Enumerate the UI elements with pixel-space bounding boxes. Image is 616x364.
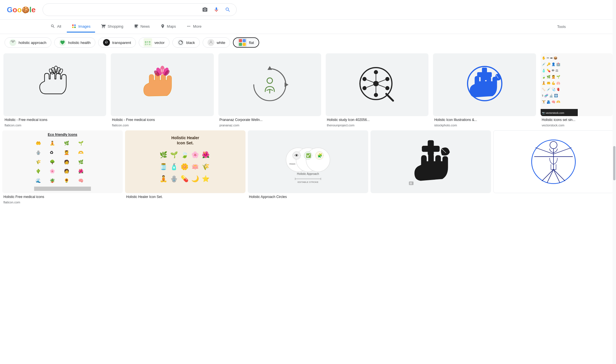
bottom-label-2: Holistic Healer Icon Set. [125,194,245,199]
svg-text:🌾: 🌾 [202,163,210,171]
svg-text:Holistic Approach: Holistic Approach [297,172,319,175]
chip-transparent-label: transparent [112,41,131,45]
tab-maps[interactable]: Maps [156,21,181,33]
chip-flat-label: flat [249,41,254,45]
bottom-item-4[interactable]: 🖼 [371,130,491,204]
svg-text:💊: 💊 [181,175,189,183]
voice-search-button[interactable] [212,6,220,14]
svg-text:🌾: 🌾 [36,159,41,165]
grid-item-2[interactable]: Holistic - Free medical icons flaticon.c… [110,52,215,128]
shopping-tab-icon [101,24,106,29]
chip-img-vector: ✿✦❋✿✦❋ [144,38,152,47]
chip-flat[interactable]: flat [233,37,259,48]
tab-news[interactable]: News [129,21,154,33]
svg-line-127 [547,169,554,183]
camera-search-button[interactable] [201,6,209,14]
scrollbar-thumb[interactable] [613,146,615,180]
bottom-img-4: 🖼 [371,130,491,193]
bottom-img-1: Eco friendly Icons 🤲🧘🌿🌱 🪬♻💆🫶 🌾🌳🧑🌿 🌵🌸🧑🌺 🌊… [2,130,123,193]
svg-text:🤲: 🤲 [36,141,41,146]
logo-o2: o [17,5,22,14]
tab-more-label: More [193,24,202,29]
svg-text:🌸: 🌸 [50,169,55,174]
svg-text:🧴: 🧴 [170,163,178,171]
svg-rect-11 [243,39,246,42]
svg-text:🫙: 🫙 [160,163,168,171]
svg-text:🌿: 🌿 [64,141,69,146]
chip-black[interactable]: black [172,37,200,48]
grid-label-2: Holistic - Free medical icons [111,117,214,122]
bottom-item-1[interactable]: Eco friendly Icons 🤲🧘🌿🌱 🪬♻💆🫶 🌾🌳🧑🌿 🌵🌸🧑🌺 🌊… [2,130,123,204]
search-input[interactable]: holistic icon [47,7,201,12]
bottom-img-5 [493,130,614,193]
images-tab-icon [71,24,77,29]
chip-holistic-health[interactable]: holistic health [54,37,96,48]
svg-text:🌼: 🌼 [181,163,189,171]
svg-text:🌿: 🌿 [160,151,168,159]
tab-shopping-label: Shopping [108,24,123,29]
svg-text:⚕  🧬  🔬  🩻: ⚕ 🧬 🔬 🩻 [542,94,558,98]
svg-point-9 [210,41,212,42]
svg-line-125 [542,169,554,181]
chip-black-label: black [186,41,195,45]
tab-images[interactable]: Images [67,21,95,33]
tools-button[interactable]: Tools [553,22,570,31]
grid-item-6[interactable]: ✋ ✂ ➡ 📦 💉 🔑 👤 🏥 🧴 💊 👁 ⚖ 🍃 🌿 💆 🌱 🧘 🤲 💪 🫁 … [539,52,614,128]
grid-item-1[interactable]: Holistic - Free medical icons flaticon.c… [2,52,107,128]
svg-text:📷 vectorstock.com: 📷 vectorstock.com [542,111,564,115]
microphone-icon [214,7,219,13]
grid-item-3[interactable]: Prananaz Corporate Welln... prananaz.com [217,52,322,128]
grid-item-4[interactable]: Holistic study Icon 402056... thenounpro… [325,52,430,128]
bottom-item-2[interactable]: Holistic HealerIcon Set. 🌿 🌱 🍃 🌸 🌺 🫙 🧴 🌼… [125,130,245,204]
bottom-item-5[interactable] [493,130,614,204]
chip-img-transparent [103,39,110,46]
svg-text:🪴: 🪴 [50,178,55,183]
svg-text:🧴  💊  👁  ⚖: 🧴 💊 👁 ⚖ [542,68,558,72]
svg-text:💆: 💆 [64,150,69,155]
svg-rect-0 [72,25,74,26]
svg-marker-28 [285,82,289,87]
image-grid-top: Holistic - Free medical icons flaticon.c… [0,51,616,129]
chip-transparent[interactable]: transparent [98,37,136,48]
bottom-label-3: Holistic Approach Circles [248,194,368,199]
svg-rect-2 [75,27,76,28]
tab-more[interactable]: More [182,21,206,33]
google-logo[interactable]: Goo 🍪 le [7,5,36,14]
svg-point-18 [58,68,64,75]
svg-line-47 [367,80,374,82]
svg-point-38 [385,86,389,90]
svg-rect-1 [75,25,76,26]
grid-item-5[interactable]: Holistic Icon Illustrations &... istockp… [432,52,537,128]
svg-text:🧠: 🧠 [78,178,84,183]
maps-tab-icon [160,24,165,29]
svg-text:✿✦❋: ✿✦❋ [145,43,151,46]
grid-source-1: flaticon.com [3,124,106,127]
bottom-item-3[interactable]: 👁 Vision ✅ 🧩 Holistic Approach EDITABLE … [248,130,368,204]
chip-img-flat [238,38,247,47]
chip-white[interactable]: white [203,37,230,48]
search-button[interactable] [224,6,232,14]
grid-source-3: prananaz.com [218,124,321,127]
chip-img-approach [9,39,16,46]
bottom-img-3: 👁 Vision ✅ 🧩 Holistic Approach EDITABLE … [248,130,368,193]
grid-label-3: Prananaz Corporate Welln... [218,117,321,122]
svg-text:🌊: 🌊 [36,178,41,183]
svg-line-31 [267,89,270,90]
svg-rect-13 [243,43,246,46]
svg-text:🍃  🌿  💆  🌱: 🍃 🌿 💆 🌱 [542,75,560,79]
chip-white-label: white [217,41,225,45]
tab-all[interactable]: All [46,21,66,33]
camera-icon [202,7,208,13]
bottom-label-5 [493,194,614,195]
svg-text:🌻: 🌻 [64,178,69,183]
chip-vector[interactable]: ✿✦❋✿✦❋ vector [139,37,169,48]
chip-holistic-approach[interactable]: holistic approach [5,37,51,48]
image-grid-bottom: Eco friendly Icons 🤲🧘🌿🌱 🪬♻💆🫶 🌾🌳🧑🌿 🌵🌸🧑🌺 🌊… [0,129,616,205]
tab-shopping[interactable]: Shopping [96,21,128,33]
svg-point-40 [363,86,367,90]
grid-img-3 [218,53,321,116]
svg-point-100 [306,148,330,172]
svg-line-46 [367,85,374,88]
svg-text:🖼: 🖼 [410,182,412,185]
logo-cookie: 🍪 [22,6,29,14]
